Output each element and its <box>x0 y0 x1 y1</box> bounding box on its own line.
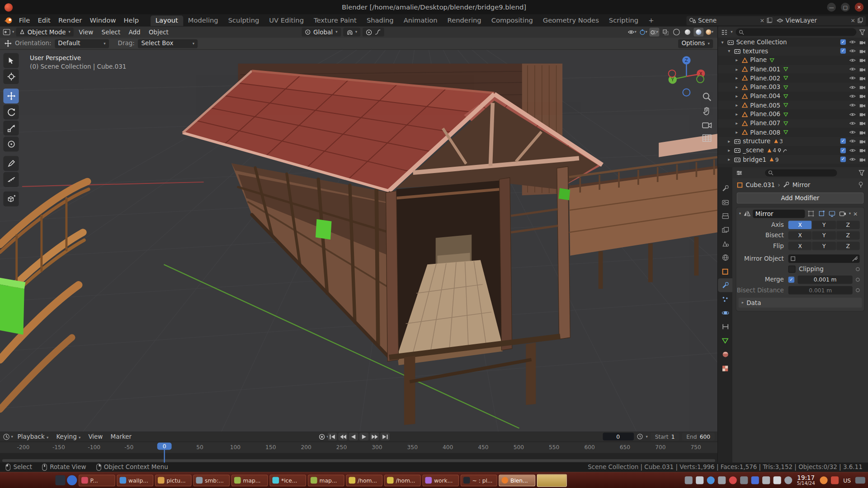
camera-visibility-icon[interactable] <box>859 139 866 144</box>
drag-setting-select[interactable]: Select Box ▾ <box>138 39 198 48</box>
eye-icon[interactable] <box>849 76 856 80</box>
flip-x-button[interactable]: X <box>788 242 812 250</box>
outliner-row-plane-001[interactable]: ▸ Plane.001 <box>718 65 868 74</box>
clipping-checkbox[interactable] <box>788 266 796 273</box>
workspace-tab-layout[interactable]: Layout <box>151 15 183 26</box>
playback-sync-icon[interactable] <box>637 433 643 440</box>
camera-view-icon[interactable] <box>702 121 712 130</box>
scale-tool[interactable] <box>3 121 19 136</box>
rotate-tool[interactable] <box>3 104 19 119</box>
move-tool[interactable] <box>3 89 19 103</box>
taskbar-window-4[interactable]: smb:... <box>193 474 230 486</box>
zoom-icon[interactable] <box>702 92 712 102</box>
tab-object-data[interactable] <box>718 333 732 347</box>
expand-icon[interactable]: ▸ <box>736 76 741 81</box>
close-button[interactable]: ✕ <box>855 3 864 12</box>
editor-type-icon[interactable] <box>3 29 10 36</box>
eye-icon[interactable] <box>849 40 856 44</box>
tab-modifiers[interactable] <box>718 278 732 292</box>
annotate-tool[interactable] <box>3 156 19 171</box>
breadcrumb-modifier[interactable]: Mirror <box>793 181 811 188</box>
flip-y-button[interactable]: Y <box>812 242 836 250</box>
camera-visibility-icon[interactable] <box>859 103 866 108</box>
transform-orientation-select[interactable]: Global ▾ <box>302 28 340 37</box>
tray-icon-7[interactable] <box>751 476 759 484</box>
tray-icon-1[interactable] <box>684 476 692 484</box>
timeline-editor-icon[interactable] <box>3 433 10 440</box>
ortho-grid-icon[interactable] <box>702 134 712 143</box>
taskbar-window-11[interactable]: ~ : pl... <box>461 474 497 486</box>
collection-checkbox[interactable]: ✓ <box>840 39 846 45</box>
start-frame-field[interactable]: Start1 <box>651 433 679 441</box>
workspace-tab-modeling[interactable]: Modeling <box>183 15 223 26</box>
eye-icon[interactable] <box>849 157 856 162</box>
viewport-menu-view[interactable]: View <box>75 28 97 36</box>
jump-to-start-button[interactable] <box>328 433 337 441</box>
tab-particles[interactable] <box>718 292 732 306</box>
workspace-tab-compositing[interactable]: Compositing <box>486 15 538 26</box>
next-keyframe-button[interactable] <box>370 433 379 441</box>
camera-visibility-icon[interactable] <box>859 121 866 126</box>
keyboard-layout-indicator[interactable]: US <box>842 477 852 483</box>
modifier-render-toggle[interactable] <box>839 209 847 217</box>
expand-icon[interactable]: ▸ <box>728 148 734 153</box>
blender-logo-icon[interactable] <box>4 17 13 24</box>
expand-icon[interactable]: ▸ <box>728 157 734 162</box>
tab-object[interactable] <box>718 264 732 278</box>
select-box-tool[interactable] <box>3 53 19 68</box>
outliner-search-input[interactable] <box>736 28 857 36</box>
camera-visibility-icon[interactable] <box>859 67 866 72</box>
expand-icon[interactable]: ▸ <box>736 112 741 117</box>
filter-icon[interactable] <box>859 29 865 35</box>
menu-file[interactable]: File <box>15 17 34 24</box>
add-modifier-button[interactable]: Add Modifier <box>737 192 863 203</box>
viewport-menu-object[interactable]: Object <box>146 28 172 36</box>
timeline-tracks[interactable] <box>0 453 717 463</box>
properties-search-input[interactable] <box>765 169 837 176</box>
timeline-menu-marker[interactable]: Marker <box>107 433 135 440</box>
shading-material-button[interactable] <box>693 28 703 37</box>
tab-constraints[interactable] <box>718 320 732 334</box>
tray-icon-3[interactable] <box>707 476 714 484</box>
eye-icon[interactable] <box>849 148 856 153</box>
clock[interactable]: 19:17 5/14/24 <box>795 474 816 486</box>
timeline-ruler[interactable]: -200 -150 -100 -50 50 100 150 200 250 30… <box>0 441 717 453</box>
workspace-tab-geometry-nodes[interactable]: Geometry Nodes <box>538 15 604 26</box>
shading-solid-button[interactable] <box>683 28 693 37</box>
proportional-editing-toggle[interactable] <box>363 28 384 37</box>
options-dropdown[interactable]: Options ▾ <box>678 39 713 48</box>
modifier-name-field[interactable]: Mirror <box>753 209 805 217</box>
view-layer-remove-icon[interactable]: ✕ <box>851 18 855 23</box>
launcher-browser-icon[interactable] <box>67 475 77 485</box>
add-cube-tool[interactable] <box>3 192 19 206</box>
flip-z-button[interactable]: Z <box>836 242 860 250</box>
workspace-tab-add[interactable]: + <box>643 15 659 26</box>
mirror-object-field[interactable] <box>788 254 860 263</box>
tab-physics[interactable] <box>718 306 732 320</box>
previous-keyframe-button[interactable] <box>338 433 348 441</box>
tab-view-layer[interactable] <box>718 223 732 237</box>
floating-window-thumbnail[interactable] <box>537 474 567 487</box>
overlays-dropdown[interactable]: ▾ <box>649 28 659 37</box>
expand-icon[interactable]: ▾ <box>728 49 734 54</box>
properties-editor-icon[interactable] <box>736 169 743 175</box>
tab-texture[interactable] <box>718 361 732 375</box>
tray-icon-4[interactable] <box>718 476 726 484</box>
eye-icon[interactable] <box>849 121 856 126</box>
snapping-toggle[interactable]: ▾ <box>343 28 361 37</box>
show-gizmo-dropdown[interactable]: ▾ <box>627 28 637 37</box>
pan-hand-icon[interactable] <box>702 106 712 116</box>
camera-visibility-icon[interactable] <box>859 130 866 135</box>
outliner-row-plane[interactable]: ▸ Plane <box>718 56 868 65</box>
menu-render[interactable]: Render <box>54 17 85 24</box>
data-subpanel[interactable]: ▸ Data <box>738 298 862 308</box>
tray-icon-2[interactable] <box>696 476 703 484</box>
timeline-scrollbar[interactable] <box>2 459 715 462</box>
tray-icon-5[interactable] <box>729 476 736 484</box>
tab-world[interactable] <box>718 251 732 265</box>
workspace-tab-uv-editing[interactable]: UV Editing <box>264 15 309 26</box>
timeline-menu-keying[interactable]: Keying ▾ <box>53 433 84 440</box>
decorator-icon[interactable] <box>856 278 860 282</box>
expand-icon[interactable]: ▸ <box>736 67 741 72</box>
eye-icon[interactable] <box>849 49 856 53</box>
